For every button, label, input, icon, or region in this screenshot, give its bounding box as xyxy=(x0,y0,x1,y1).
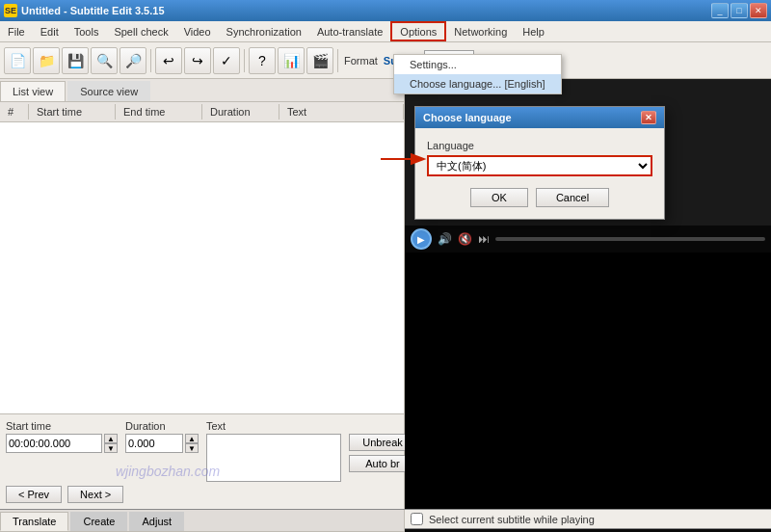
choose-language-dialog: Choose language ✕ Language 中文(简体) OK Can… xyxy=(414,106,665,220)
menu-tools[interactable]: Tools xyxy=(66,21,107,41)
options-dropdown: Settings... Choose language... [English] xyxy=(393,54,562,94)
translate-tabs: Translate Create Adjust xyxy=(0,510,404,532)
dialog-buttons: OK Cancel xyxy=(427,188,652,207)
menu-edit[interactable]: Edit xyxy=(33,21,66,41)
toolbar: 📄 📁 💾 🔍 🔎 ↩ ↪ ✓ ? 📊 🎬 Format SubRip BOM xyxy=(0,42,771,79)
search2-button[interactable]: 🔎 xyxy=(120,47,146,74)
text-label: Text xyxy=(206,420,416,432)
col-number: # xyxy=(0,104,29,120)
menu-spell-check[interactable]: Spell check xyxy=(106,21,175,41)
menu-help[interactable]: Help xyxy=(515,21,552,41)
tab-create[interactable]: Create xyxy=(70,512,127,531)
list-header: # Start time End time Duration Text xyxy=(0,102,404,122)
toolbar-sep2 xyxy=(244,49,245,72)
menu-file[interactable]: File xyxy=(0,21,33,41)
format-label: Format xyxy=(342,55,380,66)
language-label: Language xyxy=(427,140,652,151)
waveform-header: Select current subtitle while playing xyxy=(405,510,771,529)
window-title: Untitled - Subtitle Edit 3.5.15 xyxy=(21,5,165,16)
duration-input[interactable] xyxy=(125,434,183,453)
toolbar-sep3 xyxy=(337,49,338,72)
text-area-row: Unbreak Auto br xyxy=(206,434,416,482)
search-button[interactable]: 🔍 xyxy=(91,47,118,74)
duration-up[interactable]: ▲ xyxy=(185,434,199,443)
col-duration: Duration xyxy=(202,104,279,120)
translate-section: Translate Create Adjust Auto repeat Auto… xyxy=(0,510,405,532)
minimize-button[interactable]: _ xyxy=(711,3,729,18)
duration-group: Duration ▲ ▼ xyxy=(125,420,199,453)
title-bar: SE Untitled - Subtitle Edit 3.5.15 _ □ ✕ xyxy=(0,0,771,21)
video-controls: ▶ 🔊 🔇 ⏭ xyxy=(405,226,771,253)
menu-options[interactable]: Options xyxy=(390,21,446,41)
menu-bar: File Edit Tools Spell check Video Synchr… xyxy=(0,21,771,42)
dialog-content: Language 中文(简体) OK Cancel xyxy=(415,128,664,219)
menu-synchronization[interactable]: Synchronization xyxy=(219,21,309,41)
skip-icon[interactable]: ⏭ xyxy=(478,232,490,246)
settings-item[interactable]: Settings... xyxy=(394,55,561,74)
start-time-spinners: ▲ ▼ xyxy=(104,434,118,453)
col-start-time: Start time xyxy=(29,104,116,120)
tab-adjust[interactable]: Adjust xyxy=(129,512,184,531)
start-time-input[interactable] xyxy=(6,434,102,453)
view-tabs: List view Source view xyxy=(0,79,404,102)
duration-input-row: ▲ ▼ xyxy=(125,434,199,453)
spell-button[interactable]: ✓ xyxy=(213,47,240,74)
text-group: Text Unbreak Auto br xyxy=(206,420,416,482)
red-arrow xyxy=(381,149,429,169)
tab-translate[interactable]: Translate xyxy=(0,512,68,531)
mute-icon[interactable]: 🔇 xyxy=(458,232,472,246)
nav-row: < Prev Next > xyxy=(6,486,398,503)
save-button[interactable]: 💾 xyxy=(62,47,89,74)
next-button[interactable]: Next > xyxy=(67,486,123,503)
col-text: Text xyxy=(279,104,404,120)
waveform-section: Select current subtitle while playing Cl… xyxy=(405,510,771,532)
start-time-input-row: ▲ ▼ xyxy=(6,434,118,453)
maximize-button[interactable]: □ xyxy=(731,3,748,18)
menu-networking[interactable]: Networking xyxy=(446,21,515,41)
edit-fields-row: Start time ▲ ▼ Duration ▲ xyxy=(6,420,398,482)
choose-language-item[interactable]: Choose language... [English] xyxy=(394,74,561,93)
title-bar-left: SE Untitled - Subtitle Edit 3.5.15 xyxy=(4,4,165,17)
waveform-button[interactable]: 📊 xyxy=(278,47,305,74)
select-subtitle-label: Select current subtitle while playing xyxy=(429,514,595,525)
menu-video[interactable]: Video xyxy=(176,21,219,41)
prev-button[interactable]: < Prev xyxy=(6,486,62,503)
text-input[interactable] xyxy=(206,434,341,482)
list-view: # Start time End time Duration Text xyxy=(0,102,404,413)
dialog-title: Choose language xyxy=(423,112,512,123)
left-panel: List view Source view # Start time End t… xyxy=(0,79,405,509)
tab-source-view[interactable]: Source view xyxy=(67,81,150,101)
open-button[interactable]: 📁 xyxy=(33,47,60,74)
video-button[interactable]: 🎬 xyxy=(306,47,333,74)
new-button[interactable]: 📄 xyxy=(4,47,31,74)
close-button[interactable]: ✕ xyxy=(750,3,767,18)
start-time-label: Start time xyxy=(6,420,118,432)
duration-label: Duration xyxy=(125,420,199,432)
select-subtitle-checkbox[interactable] xyxy=(411,513,423,525)
progress-bar[interactable] xyxy=(495,237,765,241)
list-body xyxy=(0,122,404,413)
dialog-close-button[interactable]: ✕ xyxy=(641,111,656,124)
duration-down[interactable]: ▼ xyxy=(185,443,199,453)
undo-button[interactable]: ↩ xyxy=(155,47,182,74)
redo-button[interactable]: ↪ xyxy=(184,47,211,74)
app-icon: SE xyxy=(4,4,17,17)
help-button[interactable]: ? xyxy=(249,47,276,74)
edit-area: Start time ▲ ▼ Duration ▲ xyxy=(0,413,404,509)
duration-spinners: ▲ ▼ xyxy=(185,434,199,453)
start-time-group: Start time ▲ ▼ xyxy=(6,420,118,453)
volume-icon[interactable]: 🔊 xyxy=(438,232,452,246)
ok-button[interactable]: OK xyxy=(470,188,528,207)
dialog-title-bar: Choose language ✕ xyxy=(415,107,664,128)
col-end-time: End time xyxy=(116,104,202,120)
start-time-down[interactable]: ▼ xyxy=(104,443,118,453)
window-controls: _ □ ✕ xyxy=(711,3,767,18)
language-select[interactable]: 中文(简体) xyxy=(427,155,652,176)
play-button[interactable]: ▶ xyxy=(411,228,432,250)
tab-list-view[interactable]: List view xyxy=(0,81,66,101)
cancel-button[interactable]: Cancel xyxy=(536,188,609,207)
toolbar-sep1 xyxy=(150,49,151,72)
bottom-panel: Translate Create Adjust Auto repeat Auto… xyxy=(0,509,771,532)
menu-auto-translate[interactable]: Auto-translate xyxy=(309,21,390,41)
start-time-up[interactable]: ▲ xyxy=(104,434,118,443)
